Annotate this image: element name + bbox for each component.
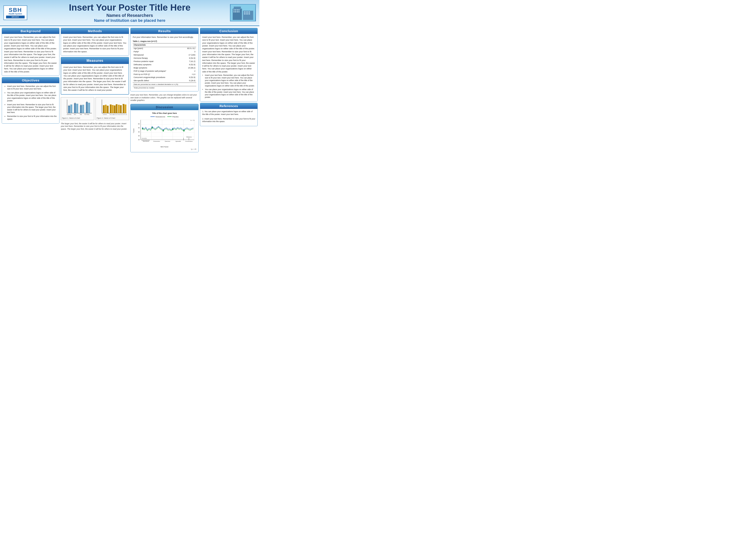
chart-legend: Testosterone Placebo	[133, 115, 196, 118]
references-body: 1. You can place your organizations logo…	[200, 109, 257, 126]
legend-placebo-line	[167, 116, 172, 117]
background-body: Insert your text here. Remember, you can…	[2, 34, 59, 76]
svg-text:HCY: HCY	[74, 114, 76, 115]
table-row: Site-specific defect 5 (29.4)	[133, 79, 196, 82]
table-cell: Menopausal	[133, 54, 182, 57]
chart-box-2: CONTROL INS+GLUC INS+GLUC+RSG GLUC+HCY+H…	[96, 97, 129, 120]
table-cell: 15 (88.2)	[182, 66, 196, 70]
results-body: Put your information here. Remember to s…	[131, 34, 199, 91]
table-cell: POP-Q stage of posterior wall prolapse*	[133, 70, 182, 73]
chart-box-1: CONTROL HCY RSG HCY+RSG Figure 1. Name o…	[61, 97, 94, 120]
table-cell: 17 (100)	[182, 54, 196, 57]
svg-rect-85	[172, 129, 174, 130]
svg-rect-24	[74, 103, 76, 113]
table-row: Previous posterior repair 7 (41.2)	[133, 60, 196, 63]
svg-text:GLUC+HCY+HG: GLUC+HCY+HG	[121, 114, 127, 115]
neo-x-label: NEO Factor	[133, 146, 196, 148]
poster-title: Insert Your Poster Title Here	[69, 3, 191, 12]
header-building-image	[230, 4, 256, 21]
svg-rect-29	[88, 103, 90, 113]
table-cell: 9 (52.9)	[182, 63, 196, 66]
svg-rect-9	[235, 11, 236, 12]
table-row: Bulge symptoms 15 (88.2)	[133, 66, 196, 70]
table-cell: Previous posterior repair	[133, 60, 182, 63]
objectives-heading: Objectives	[2, 77, 59, 83]
legend-testosterone-label: Testosterone	[155, 115, 165, 118]
list-item: Remember to size your font to fit your i…	[4, 115, 57, 120]
methods-text: Insert your text here. Remember, you can…	[63, 36, 127, 53]
table-cell: Parity*	[133, 50, 182, 54]
table-cell: 2	[182, 70, 196, 73]
svg-text:Vulnerability: Vulnerability	[141, 138, 147, 139]
legend-testosterone: Testosterone	[150, 115, 165, 118]
table-cell: +1.0	[182, 73, 196, 76]
svg-rect-19	[249, 14, 250, 15]
results-section: Results Put your information here. Remem…	[130, 28, 199, 91]
svg-rect-8	[233, 11, 234, 12]
svg-rect-28	[86, 102, 88, 113]
svg-text:RSG: RSG	[80, 114, 82, 115]
table-footnote-row: *Data presented as median	[133, 86, 196, 89]
discussion-pre-text: Insert your text here. Remember, you can…	[130, 93, 199, 103]
svg-rect-43	[110, 104, 111, 113]
svg-rect-5	[235, 9, 236, 10]
svg-text:Agreeable: Agreeable	[176, 141, 181, 142]
svg-rect-10	[237, 11, 238, 12]
objectives-body: Insert your text here. Remember, you can…	[2, 83, 59, 123]
table-caption: Table 1. magna non (n=17)	[133, 39, 196, 43]
table-cell: 9 (52.9)	[182, 76, 196, 79]
results-heading: Results	[131, 28, 199, 34]
svg-rect-86	[183, 130, 185, 131]
svg-rect-84	[163, 130, 164, 131]
references-section: References 1. You can place your organiz…	[200, 103, 258, 126]
main-content: Background Insert your text here. Rememb…	[0, 26, 259, 154]
svg-rect-17	[246, 14, 247, 15]
logo-health-system: Health System	[6, 13, 25, 15]
legend-testosterone-line	[150, 116, 155, 117]
table-row: Defecatory symptoms 9 (52.9)	[133, 63, 196, 66]
table-cell: Defecatory symptoms	[133, 63, 182, 66]
table-cell: Site-specific defect	[133, 79, 182, 82]
legend-placebo: Placebo	[167, 115, 179, 118]
discussion-section: Discussion Title of the chart goes here …	[130, 104, 199, 152]
svg-text:50: 50	[138, 127, 140, 129]
table-row: Concurrent urogynecologic procedures 9 (…	[133, 76, 196, 79]
measures-text: Insert your text here. Remember, you can…	[63, 66, 126, 91]
svg-text:30: 30	[138, 135, 140, 137]
table-cell: Bulge symptoms	[133, 66, 182, 70]
institution-name: Name of Institution can be placed here	[69, 18, 191, 23]
table-cell: 7 (41.2)	[182, 60, 196, 63]
svg-rect-41	[105, 105, 107, 113]
header-center: Insert Your Poster Title Here Names of R…	[69, 3, 191, 23]
table-footnote-1: Data are presented as mean ± standard de…	[133, 82, 196, 86]
svg-rect-49	[123, 104, 125, 113]
table-row: Age (years) 60.9 ± 9.2	[133, 47, 196, 50]
conclusion-bullets-list: Insert your text here. Remember, you can…	[202, 74, 255, 99]
table-row: POP-Q stage of posterior wall prolapse* …	[133, 70, 196, 73]
logo-bronx: BRONX	[6, 16, 25, 18]
methods-body: Insert your text here. Remember, you can…	[61, 34, 129, 55]
svg-rect-15	[249, 11, 250, 12]
table-row: Point Ap on POP-Q* +1.0	[133, 73, 196, 76]
reference-item-2: 2. Insert your text here. Remember to si…	[202, 117, 255, 123]
objectives-list: Insert your text here. Remember, you can…	[4, 85, 57, 121]
table-cell: 9 (52.9)	[182, 57, 196, 60]
svg-text:T-score: T-score	[133, 128, 134, 133]
svg-text:Openness: Openness	[165, 141, 170, 142]
table-col-characteristic: Characteristic	[133, 44, 182, 47]
svg-rect-40	[103, 105, 105, 113]
results-table: Table 1. magna non (n=17) Characteristic…	[133, 39, 196, 89]
charts-row: CONTROL HCY RSG HCY+RSG Figure 1. Name o…	[61, 97, 129, 120]
svg-text:60: 60	[138, 123, 140, 125]
svg-rect-50	[125, 104, 126, 113]
conclusion-body: Insert your text here. Remember, you can…	[200, 34, 257, 101]
conclusion-text: Insert your text here. Remember, you can…	[202, 36, 255, 73]
table-col-value	[182, 44, 196, 47]
svg-rect-82	[142, 128, 143, 129]
discussion-body: Title of the chart goes here Testosteron…	[131, 110, 199, 152]
logo: SBH Health System BRONX	[3, 5, 27, 20]
methods-heading: Methods	[61, 28, 129, 34]
svg-text:Conscientious: Conscientious	[185, 141, 193, 142]
table-cell: 60.9 ± 9.2	[182, 47, 196, 50]
svg-text:INS+GLUC+RSG: INS+GLUC+RSG	[113, 114, 120, 115]
